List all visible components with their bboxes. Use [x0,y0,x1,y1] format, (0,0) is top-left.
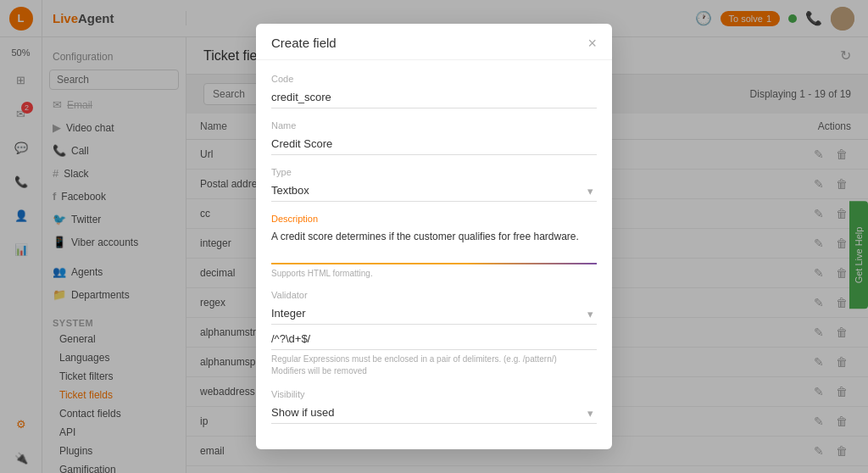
code-label: Code [271,74,597,84]
supports-html-text: Supports HTML formatting. [271,269,597,278]
validator-select-wrapper: Integer Decimal Email URL Regex [271,303,597,325]
type-select-wrapper: Textbox Number Dropdown Checkbox Date [271,180,597,202]
modal-close-button[interactable]: × [587,36,597,51]
type-select[interactable]: Textbox Number Dropdown Checkbox Date [271,180,597,202]
hint-text: Regular Expressions must be enclosed in … [271,353,597,377]
name-input[interactable] [271,133,597,155]
validator-label: Validator [271,290,597,300]
field-code-group: Code [271,74,597,109]
description-label: Description [271,214,597,224]
description-textarea[interactable]: A credit score determines if the custome… [271,226,597,264]
create-field-modal: Create field × Code Name Type Textbox N [256,24,612,449]
field-name-group: Name [271,120,597,155]
visibility-select-wrapper: Show if used Always show Never show [271,402,597,424]
code-input[interactable] [271,86,597,109]
modal-title: Create field [271,36,337,50]
type-label: Type [271,167,597,177]
hint-line2: Modifiers will be removed [271,366,367,376]
name-label: Name [271,120,597,131]
visibility-label: Visibility [271,389,597,399]
modal-overlay: Create field × Code Name Type Textbox N [0,0,868,473]
field-validator-group: Validator Integer Decimal Email URL Rege… [271,290,597,377]
validator-select[interactable]: Integer Decimal Email URL Regex [271,303,597,325]
field-type-group: Type Textbox Number Dropdown Checkbox Da… [271,167,597,202]
field-description-group: Description A credit score determines if… [271,214,597,278]
modal-body: Code Name Type Textbox Number Dropdown C… [256,60,612,449]
regex-input[interactable] [271,328,597,350]
visibility-select[interactable]: Show if used Always show Never show [271,402,597,424]
modal-header: Create field × [256,24,612,60]
hint-line1: Regular Expressions must be enclosed in … [271,354,557,364]
field-visibility-group: Visibility Show if used Always show Neve… [271,389,597,424]
